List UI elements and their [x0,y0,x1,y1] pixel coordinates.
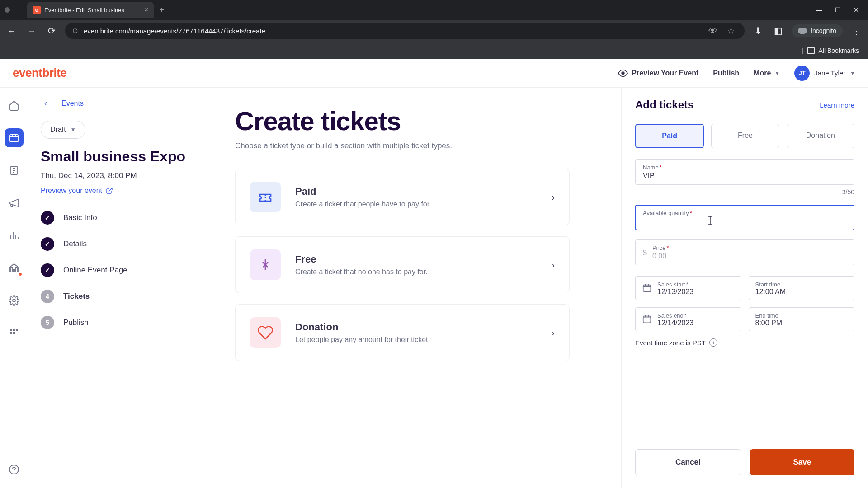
price-input[interactable] [652,251,847,261]
step-online-event-page[interactable]: ✓ Online Event Page [41,263,195,277]
notification-dot-icon [18,272,23,277]
user-menu[interactable]: JT Jane Tyler ▼ [794,66,855,81]
step-list: ✓ Basic Info ✓ Details ✓ Online Event Pa… [41,211,195,329]
new-tab-button[interactable]: + [159,5,165,15]
publish-button[interactable]: Publish [713,69,739,77]
nav-bar: ← → ⟳ ⊙ eventbrite.com/manage/events/776… [0,20,868,42]
char-count: 3/50 [635,188,854,196]
minimize-icon[interactable]: — [816,6,822,14]
quantity-field[interactable]: Available quantity* [635,205,854,230]
step-basic-info[interactable]: ✓ Basic Info [41,211,195,225]
page-title: Create tickets [235,106,594,136]
rail-orders[interactable] [5,161,24,180]
svg-rect-4 [10,329,12,331]
incognito-badge[interactable]: Incognito [792,24,843,37]
svg-point-9 [9,465,19,474]
svg-point-0 [622,72,625,75]
sales-start-field[interactable]: Sales start* 12/13/2023 [635,276,741,300]
close-window-icon[interactable]: ✕ [854,6,859,14]
tab-bar: e Eventbrite - Edit Small busines × + — … [0,0,868,20]
start-time-field[interactable]: Start time 12:00 AM [749,276,855,300]
svg-point-3 [13,299,15,302]
user-name: Jane Tyler [814,69,845,77]
reload-icon[interactable]: ⟳ [45,25,58,36]
browser-chrome: e Eventbrite - Edit Small busines × + — … [0,0,868,59]
forward-icon: → [25,26,38,36]
currency-symbol: $ [643,249,647,257]
step-details[interactable]: ✓ Details [41,237,195,251]
more-button[interactable]: More ▼ [754,69,780,77]
rail-settings[interactable] [5,291,24,310]
check-icon: ✓ [41,237,54,251]
cancel-button[interactable]: Cancel [635,449,741,475]
back-icon[interactable]: ← [5,26,18,36]
site-info-icon[interactable]: ⊙ [72,27,78,35]
price-field[interactable]: $ Price* [635,239,854,265]
url-bar[interactable]: ⊙ eventbrite.com/manage/events/776711644… [65,23,745,39]
app-header: eventbrite Preview Your Event Publish Mo… [0,59,868,88]
heart-icon [250,317,281,348]
learn-more-link[interactable]: Learn more [820,101,854,109]
traffic-light-icon [5,7,10,13]
info-icon[interactable]: i [709,338,717,347]
check-icon: ✓ [41,263,54,277]
chevron-down-icon: ▼ [71,127,76,133]
back-to-events[interactable]: ‹ Events [44,99,195,108]
preview-event-button[interactable]: Preview Your Event [618,68,698,78]
bookmark-star-icon[interactable]: ☆ [725,25,737,36]
rail-apps[interactable] [5,324,24,343]
logo[interactable]: eventbrite [13,66,66,80]
eye-off-icon[interactable]: 👁 [707,26,719,36]
chevron-down-icon: ▼ [774,70,780,76]
ticket-card-donation[interactable]: Donation Let people pay any amount for t… [235,304,570,361]
chevron-down-icon: ▼ [850,70,855,76]
main-content: Create tickets Choose a ticket type or b… [208,88,621,488]
ticket-card-free[interactable]: Free Create a ticket that no one has to … [235,236,570,293]
maximize-icon[interactable]: ☐ [835,6,841,14]
all-bookmarks-button[interactable]: All Bookmarks [819,47,859,54]
rail-help[interactable] [5,460,24,479]
calendar-icon [642,283,652,295]
browser-tab[interactable]: e Eventbrite - Edit Small busines × [27,2,154,18]
name-field[interactable]: Name* [635,159,854,185]
ticket-card-paid[interactable]: Paid Create a ticket that people have to… [235,169,570,225]
preview-your-event-link[interactable]: Preview your event [41,187,195,195]
page-subtitle: Choose a ticket type or build a section … [235,141,594,150]
rail-reports[interactable] [5,226,24,245]
end-time-field[interactable]: End time 8:00 PM [749,307,855,331]
chevron-right-icon: › [552,260,555,270]
svg-rect-6 [16,329,18,331]
step-number-icon: 4 [41,290,54,303]
rail-finance[interactable] [5,258,24,277]
rail-events[interactable] [5,128,24,147]
incognito-icon [798,28,807,34]
step-tickets[interactable]: 4 Tickets [41,290,195,303]
app: eventbrite Preview Your Event Publish Mo… [0,59,868,488]
tab-paid[interactable]: Paid [635,124,704,148]
sales-end-field[interactable]: Sales end* 12/14/2023 [635,307,741,331]
svg-rect-10 [643,285,651,291]
event-date: Thu, Dec 14, 2023, 8:00 PM [41,171,195,180]
status-dropdown[interactable]: Draft ▼ [41,121,85,139]
name-input[interactable] [643,171,847,181]
folder-icon [807,47,815,54]
menu-icon[interactable]: ⋮ [850,25,863,36]
step-publish[interactable]: 5 Publish [41,316,195,329]
tab-donation[interactable]: Donation [787,124,854,148]
ticket-icon [250,182,281,212]
timezone-note: Event time zone is PST i [635,338,854,347]
save-button[interactable]: Save [750,449,855,475]
quantity-input[interactable] [643,216,847,226]
rail-home[interactable] [5,96,24,115]
svg-rect-7 [10,332,12,334]
icon-rail [0,88,28,488]
downloads-icon[interactable]: ⬇ [752,25,764,36]
free-icon [250,249,281,280]
side-panel-icon[interactable]: ◧ [772,25,784,36]
chevron-right-icon: › [552,328,555,338]
rail-marketing[interactable] [5,193,24,212]
close-tab-icon[interactable]: × [144,6,148,14]
tab-free[interactable]: Free [711,124,779,148]
chevron-right-icon: › [552,192,555,202]
url-text: eventbrite.com/manage/events/77671164443… [84,27,701,35]
